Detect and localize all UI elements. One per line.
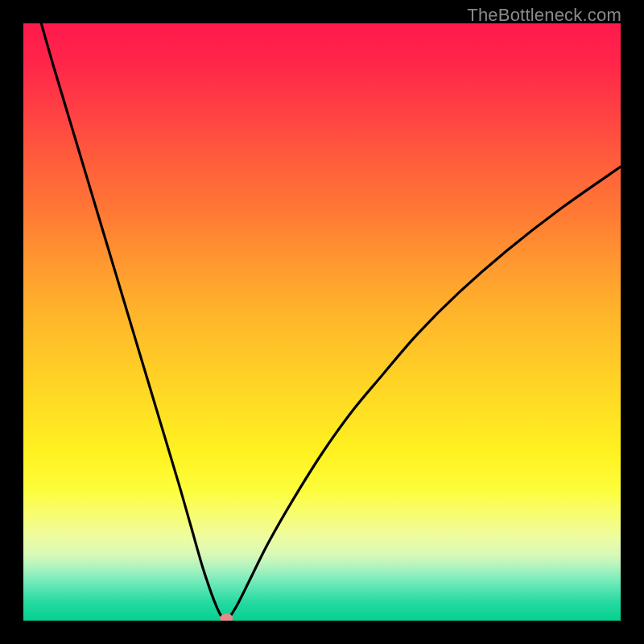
plot-area <box>23 23 621 621</box>
bottleneck-curve-path <box>41 23 621 618</box>
chart-frame: TheBottleneck.com <box>0 0 644 644</box>
curve-layer <box>23 23 621 621</box>
watermark-text: TheBottleneck.com <box>467 5 621 26</box>
